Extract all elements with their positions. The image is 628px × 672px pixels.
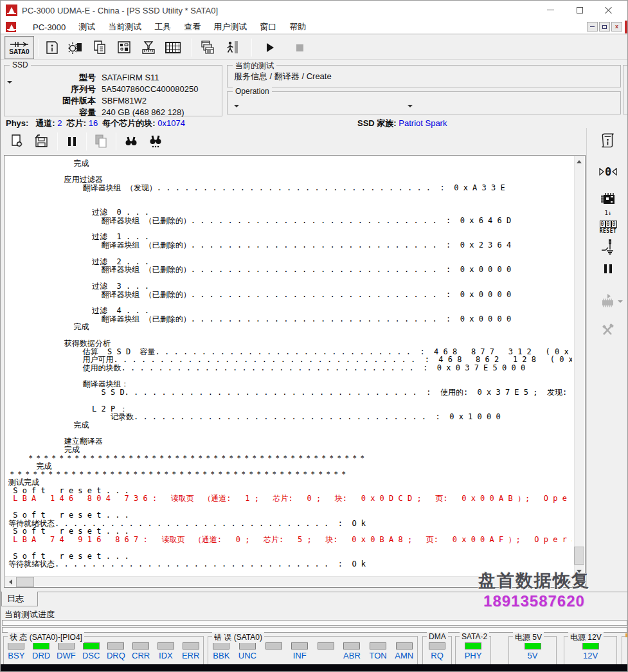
scroll-up-button[interactable] [574, 156, 584, 167]
toolbar-separator [38, 39, 39, 57]
scroll-down-button[interactable] [574, 566, 584, 576]
close-button[interactable] [594, 1, 623, 19]
ssd-firmware-value: SBFM81W2 [102, 96, 147, 105]
status-group-power12v: 电源 12V 12V [564, 636, 617, 666]
docked-window-sliver [625, 21, 628, 33]
ssd-capacity-value: 240 GB (468 862 128) [102, 107, 184, 117]
led-light [213, 642, 229, 649]
mdi-app-icon [6, 22, 16, 32]
chip-run-dropdown-icon[interactable] [618, 300, 623, 303]
copy-button[interactable] [91, 132, 111, 150]
status-group-state-label: 状 态 (SATA0)-[PIO4] [8, 632, 84, 643]
menu-item-2[interactable]: 当前测试 [102, 21, 148, 33]
led-row-power5v: 5V [509, 642, 556, 660]
counter-digits: 000 [600, 216, 617, 228]
ssd-selector-dropdown[interactable] [4, 78, 15, 86]
log-toolbar [1, 128, 586, 155]
toolbar-separator [191, 39, 192, 57]
ssd-model-label: 型号 [4, 72, 96, 83]
led-light [33, 642, 49, 649]
menu-item-7[interactable]: 帮助 [283, 21, 312, 33]
ssd-model-row: 型号SATAFIRM S11 [4, 71, 222, 83]
log-line [8, 274, 572, 282]
play-icon [267, 43, 274, 52]
log-line: 建立翻译器 [8, 437, 572, 446]
triangle-up-icon [577, 160, 582, 163]
status-group-power5v-label: 电源 5V [513, 632, 544, 643]
led-light [265, 642, 282, 649]
start-test-button[interactable] [260, 39, 280, 57]
led-row-dma: RQ [423, 642, 451, 660]
reset-counter-button[interactable]: 1↓ 000 RESET [595, 210, 622, 234]
operation-dropdown-1[interactable] [231, 102, 242, 110]
status-group-state: 状 态 (SATA0)-[PIO4] BSYDRDDWFDSCDRQCRRIDX… [3, 636, 204, 666]
led-inf: INF [287, 642, 312, 660]
ssd-capacity-row: 容量240 GB (468 862 128) [4, 106, 222, 118]
led-amn: AMN [392, 642, 417, 660]
zero-fill-button[interactable]: 0 [595, 165, 622, 178]
sector-view-button[interactable] [163, 39, 183, 57]
chip-button[interactable] [595, 191, 622, 208]
operation-group-label: Operation [233, 87, 272, 96]
operation-dropdown-2[interactable] [405, 102, 415, 110]
reset-label: RESET [600, 228, 617, 234]
mdi-restore-button[interactable] [599, 22, 610, 32]
led-light [396, 642, 413, 649]
mdi-close-button[interactable]: x [611, 22, 622, 32]
scroll-right-button[interactable] [564, 577, 574, 587]
horizontal-scroll-thumb[interactable] [16, 577, 34, 587]
led-light [370, 642, 386, 649]
graph-button[interactable] [138, 39, 159, 57]
sata0-port-button[interactable]: SATA0 [4, 36, 34, 59]
pause-test-button[interactable] [595, 264, 622, 273]
menu-item-5[interactable]: 用户测试 [207, 21, 253, 33]
menu-item-6[interactable]: 窗口 [253, 21, 283, 33]
tests-button[interactable] [89, 39, 110, 57]
ssd-firmware-row: 固件版本SBFM81W2 [4, 95, 222, 106]
led-12v: 12V [579, 642, 603, 660]
find-button[interactable] [121, 132, 141, 150]
led-light [8, 642, 24, 649]
windows-button[interactable] [197, 39, 218, 57]
vertical-scrollbar[interactable] [574, 156, 584, 576]
led-dwf: DWF [54, 642, 78, 660]
save-log-button[interactable] [31, 132, 51, 150]
scroll-left-button[interactable] [5, 577, 15, 587]
toolbar-separator [86, 132, 87, 150]
ssd-firmware-label: 固件版本 [4, 95, 96, 106]
toolbar-separator [116, 132, 116, 150]
log-line: 使用的块数. . . . . . . . . . . . . . . . . .… [8, 364, 572, 372]
log-line [8, 331, 572, 340]
tab-log-label: 日志 [7, 593, 24, 604]
resources-button[interactable] [114, 39, 134, 57]
horizontal-scrollbar[interactable] [5, 576, 574, 586]
ssd-rows: 型号SATAFIRM S11 序列号5A5407860CC400080250 固… [4, 66, 222, 118]
tools-button[interactable] [595, 321, 622, 339]
menu-item-0[interactable]: PC-3000 [26, 23, 72, 32]
log-line: 翻译器块组 （发现）. . . . . . . . . . . . . . . … [8, 184, 572, 192]
menu-item-1[interactable]: 测试 [72, 21, 102, 33]
mdi-minimize-button[interactable] [587, 22, 598, 32]
menu-item-3[interactable]: 工具 [148, 21, 177, 33]
led-light [83, 642, 100, 649]
find-next-button[interactable] [146, 132, 165, 150]
utility-settings-button[interactable] [65, 39, 85, 57]
new-task-button[interactable] [7, 132, 26, 150]
status-group-power5v: 电源 5V 5V [508, 636, 557, 666]
maximize-button[interactable] [565, 1, 594, 19]
led-dsc: DSC [79, 642, 103, 660]
vertical-scroll-thumb[interactable] [574, 547, 584, 565]
probe-button[interactable] [595, 239, 622, 257]
service-info-button[interactable] [595, 132, 622, 150]
tab-log[interactable]: 日志 [1, 592, 38, 606]
minimize-button[interactable] [536, 1, 565, 19]
drive-info-button[interactable] [42, 39, 62, 57]
pause-log-button[interactable] [62, 132, 82, 150]
stop-test-button[interactable] [290, 39, 309, 57]
log-line: ＊＊＊＊＊＊＊＊＊＊＊＊＊＊＊＊＊＊＊＊＊＊＊＊＊＊＊＊＊＊＊＊＊＊＊＊＊＊＊＊… [8, 470, 572, 478]
menu-item-4[interactable]: 查看 [177, 21, 207, 33]
panel-splitter[interactable] [623, 65, 628, 114]
exit-button[interactable] [222, 39, 242, 57]
led-light [465, 642, 481, 649]
stop-icon [296, 44, 303, 51]
